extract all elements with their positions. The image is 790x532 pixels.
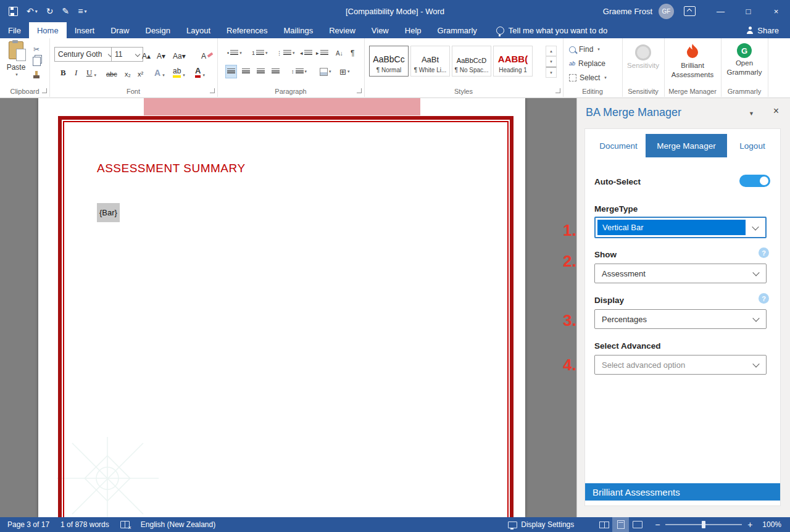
superscript-button[interactable]: x² [138,65,143,78]
document-page[interactable]: ASSESSMENT SUMMARY {Bar} [38,98,525,517]
change-case-button[interactable]: Aa▾ [173,48,186,60]
tell-me-box[interactable]: Tell me what you want to do [489,22,615,38]
cut-button[interactable]: ✂ [31,44,42,54]
zoom-slider-knob[interactable] [702,521,705,528]
merge-field[interactable]: {Bar} [97,203,120,222]
sensitivity-button[interactable]: Sensitivity [622,44,664,70]
close-button[interactable]: × [762,0,790,22]
find-button[interactable]: Find▾ [569,44,600,55]
strikethrough-button[interactable]: abc [106,65,117,78]
tab-layout[interactable]: Layout [178,22,218,38]
align-center-button[interactable] [241,65,251,78]
align-left-button[interactable] [226,65,236,78]
paragraph-dialog-launcher[interactable] [357,88,362,93]
display-settings-button[interactable]: Display Settings [502,517,580,532]
format-painter-button[interactable] [31,68,42,78]
tab-insert[interactable]: Insert [67,22,103,38]
tab-file[interactable]: File [0,22,29,38]
style-card[interactable]: AaBbCc ¶ Normal [369,46,409,77]
display-dropdown[interactable]: Percentages [594,309,767,329]
page-indicator[interactable]: Page 3 of 17 [0,517,55,532]
tab-grammarly[interactable]: Grammarly [430,22,485,38]
clear-formatting-button[interactable]: A [201,48,213,60]
print-layout-button[interactable] [612,517,629,532]
display-help-icon[interactable]: ? [759,293,769,304]
zoom-slider[interactable] [665,524,742,525]
style-card[interactable]: AaBt ¶ White Li... [410,46,450,77]
line-spacing-button[interactable]: ↕▾ [290,65,308,78]
zoom-level[interactable]: 100% [757,517,790,532]
increase-indent-button[interactable]: ▸ [315,47,330,59]
open-grammarly-button[interactable]: G Open Grammarly [721,43,768,77]
zoom-out-button[interactable]: − [651,520,664,530]
copy-button[interactable] [31,56,42,66]
proofing-status-button[interactable] [115,517,135,532]
highlight-color-button[interactable]: ab▾ [173,65,185,78]
tab-home[interactable]: Home [29,22,67,38]
show-marks-button[interactable]: ¶ [349,47,356,59]
multilevel-list-button[interactable]: ⋮▾ [275,47,296,59]
tab-draw[interactable]: Draw [102,22,137,38]
pen-mode-button[interactable]: ✎ [62,6,69,16]
subscript-button[interactable]: x₂ [125,65,131,78]
select-advanced-dropdown[interactable]: Select advanced option [594,355,767,375]
save-button[interactable] [9,7,18,16]
tab-design[interactable]: Design [138,22,178,38]
sort-button[interactable]: A↓ [335,47,344,59]
styles-scroll-up-button[interactable]: ▴ [546,46,557,56]
pane-tab-document[interactable]: Document [591,134,646,157]
font-name-select[interactable]: Century Goth [54,47,116,62]
pane-tab-merge-manager[interactable]: Merge Manager [646,134,727,157]
borders-button[interactable]: ⊞▾ [338,65,351,78]
shading-button[interactable]: ▾ [318,65,333,78]
web-layout-button[interactable] [629,517,646,532]
auto-select-toggle[interactable] [739,175,770,187]
tab-help[interactable]: Help [397,22,430,38]
paste-button[interactable]: Paste ▾ [2,41,30,77]
styles-dialog-launcher[interactable] [555,88,560,93]
pane-close-button[interactable]: × [773,106,779,117]
redo-button[interactable]: ↻ [46,6,54,16]
clipboard-dialog-launcher[interactable] [42,88,47,93]
tab-mailings[interactable]: Mailings [276,22,322,38]
styles-scroll-down-button[interactable]: ▾ [546,56,557,67]
maximize-button[interactable]: □ [734,0,762,22]
numbering-button[interactable]: 1▾ [251,47,269,59]
pane-menu-button[interactable]: ▼ [749,110,754,117]
underline-button[interactable]: U▾ [86,65,96,78]
select-button[interactable]: Select▾ [569,72,607,83]
grow-font-button[interactable]: A▴ [142,48,151,60]
text-effects-button[interactable]: A▾ [154,65,165,78]
font-size-select[interactable]: 11 [111,47,143,62]
tab-review[interactable]: Review [321,22,364,38]
language-indicator[interactable]: English (New Zealand) [135,517,221,532]
show-help-icon[interactable]: ? [759,247,769,258]
style-card[interactable]: AaBbCcD ¶ No Spac... [452,46,491,77]
shrink-font-button[interactable]: A▾ [157,48,165,60]
user-name[interactable]: Graeme Frost [603,7,652,16]
avatar[interactable]: GF [659,4,674,19]
share-button[interactable]: Share [736,22,790,38]
show-dropdown[interactable]: Assessment [594,264,767,283]
justify-button[interactable] [270,65,281,78]
align-right-button[interactable] [256,65,266,78]
font-color-button[interactable]: A▾ [195,65,205,78]
customize-qat-button[interactable]: ≡▾ [78,6,86,16]
italic-button[interactable]: I [75,65,77,78]
tab-view[interactable]: View [364,22,397,38]
word-count[interactable]: 1 of 878 words [55,517,115,532]
replace-button[interactable]: abReplace [569,58,605,69]
bullets-button[interactable]: •▾ [226,47,243,59]
document-heading[interactable]: ASSESSMENT SUMMARY [97,162,246,175]
styles-more-button[interactable]: ▾ [546,67,557,78]
undo-button[interactable]: ↶▾ [27,6,38,16]
bold-button[interactable]: B [60,65,66,78]
brilliant-assessments-button[interactable]: Brilliant Assessments [664,43,721,79]
pane-tab-logout[interactable]: Logout [731,134,774,157]
decrease-indent-button[interactable]: ◂ [299,47,314,59]
ribbon-display-options-button[interactable] [684,6,696,16]
zoom-in-button[interactable]: + [743,520,757,530]
font-dialog-launcher[interactable] [210,88,215,93]
tab-references[interactable]: References [218,22,275,38]
read-mode-button[interactable] [596,517,612,532]
